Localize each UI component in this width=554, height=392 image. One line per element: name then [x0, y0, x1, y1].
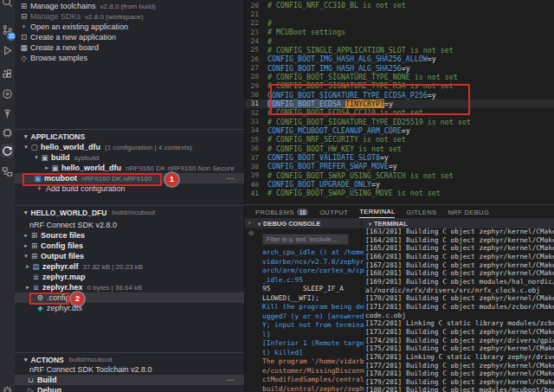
- tree-item-nrf-connect-sdk-v2.8.0[interactable]: nRF Connect SDK v2.8.0: [15, 220, 244, 230]
- sidebar: ⊞Manage toolchainsv2.8.0 (from build)⊟Ma…: [15, 0, 245, 392]
- connected-devices-icon[interactable]: [1, 165, 14, 178]
- code-token: =y: [428, 55, 436, 63]
- more-actions-icon[interactable]: ⋯: [227, 376, 235, 384]
- item-label: Browse samples: [30, 54, 87, 62]
- code-line-26: 26CONFIG_BOOT_IMG_HASH_ALG_SHA256_ALLOW=…: [245, 55, 554, 63]
- tree-item-zephyr.map[interactable]: ≣zephyr.map: [15, 272, 244, 282]
- tree-item-zephyr.elf[interactable]: ▸▤zephyr.elf37.82 kB | 20.23 kB: [15, 261, 244, 272]
- line-number: 32: [245, 109, 267, 117]
- tree-item-zephyr.dts[interactable]: ◈zephyr.dts: [15, 303, 244, 313]
- action-item-build[interactable]: ⊔Build⋯: [15, 375, 244, 385]
- twisty-collapsed-icon[interactable]: ▸: [24, 263, 31, 270]
- code-editor[interactable]: 20# CONFIG_NRF_CC310_BL is not set2122#2…: [245, 0, 554, 204]
- terminal-line: [173/201] Building C object zephyr/kerne…: [365, 328, 554, 337]
- tree-item-output-files[interactable]: ▾⊞Output files: [15, 251, 244, 261]
- chevron-down-icon: ▾: [258, 221, 261, 227]
- project-section-header[interactable]: ▾ HELLO_WORLD_DFU build/mcuboot: [15, 207, 244, 218]
- welcome-item-browse-samples[interactable]: ◇Browse samples: [15, 53, 244, 63]
- tree-item-zephyr.hex[interactable]: ▸≣zephyr.hex0 bytes | 38.64 kB: [15, 282, 244, 292]
- settings-gear-icon[interactable]: [1, 384, 14, 392]
- twisty-collapsed-icon[interactable]: ▸: [23, 232, 29, 239]
- line-number: 33: [245, 118, 267, 125]
- code-line-30: 30CONFIG_BOOT_SIGNATURE_TYPE_ECDSA_P256=…: [245, 90, 554, 99]
- build-config-icon: ▣: [33, 174, 42, 183]
- code-comment: # CONFIG_SINGLE_APPLICATION_SLOT is not …: [267, 46, 454, 55]
- tree-item-add-build-configuration[interactable]: +Add build configuration: [15, 183, 244, 194]
- debug-console-title: DEBUG CONSOLE: [263, 220, 320, 228]
- panel-tab-nrf-debug[interactable]: NRF DEBUG: [448, 206, 489, 218]
- code-token: CONFIG_BOOT_PREFER_SWAP_MOVE: [267, 162, 389, 170]
- debug-console-filter-input[interactable]: [262, 234, 349, 245]
- debug-console-line: Kill the program being deb: [262, 303, 364, 312]
- search-icon[interactable]: [1, 0, 14, 9]
- test-explorer-icon[interactable]: [1, 87, 14, 100]
- record-circle-icon[interactable]: ◎: [248, 229, 254, 236]
- item-description: v2.8.0 (from build): [100, 3, 156, 10]
- code-token: =y: [380, 153, 389, 162]
- extensions-icon[interactable]: [1, 67, 14, 80]
- item-description: (1 configuration | 4 contexts): [105, 144, 192, 151]
- code-token: =y: [402, 64, 410, 73]
- debug-console-line: arch/arm/core/cortex_m/cpu: [262, 267, 364, 276]
- item-label: Manage SDKs: [30, 12, 81, 21]
- item-label: Create a new application: [30, 33, 116, 42]
- tree-item-build[interactable]: ▾▣buildsysbuild: [15, 152, 244, 163]
- debug-console-line: l]: [262, 331, 364, 340]
- debug-console-line: _idle.c:95: [262, 276, 364, 286]
- build-folder-icon: ▣: [40, 153, 49, 162]
- welcome-item-manage-sdks[interactable]: ⊟Manage SDKsv2.8.0 (workspace): [15, 11, 244, 22]
- welcome-item-create-a-new-board[interactable]: ▦Create a new board: [15, 42, 244, 53]
- more-actions-icon[interactable]: ⋯: [227, 174, 235, 183]
- terminal-pane[interactable]: [163/201] Building C object zephyr/kerne…: [364, 228, 554, 392]
- hex-file-icon: ≣: [31, 283, 41, 292]
- item-label: zephyr.dts: [47, 304, 82, 312]
- tree-item-.config[interactable]: ⚙.config: [15, 292, 244, 303]
- panel-tab-output[interactable]: OUTPUT: [319, 206, 348, 218]
- applications-section-header[interactable]: ▾ APPLICATIONS: [15, 131, 244, 142]
- twisty-collapsed-icon[interactable]: ▸: [43, 164, 50, 171]
- debug-console-line: [Inferior 1 (Remote targe: [262, 339, 364, 349]
- terminal-line: [174/201] Building C object zephyr/drive…: [365, 337, 554, 345]
- twisty-expanded-icon[interactable]: ▾: [33, 154, 40, 161]
- nrf-connect-icon[interactable]: [1, 145, 14, 157]
- debug-console-line: LLOWED(__WFI);: [262, 294, 364, 304]
- code-line-34: 34CONFIG_MCUBOOT_CLEANUP_ARM_CORE=y: [245, 126, 554, 135]
- terminal-view-header[interactable]: ▾ TERMINAL: [369, 218, 408, 228]
- config-gear-icon: ⚙: [35, 293, 45, 302]
- tree-item-hello-world-dfu[interactable]: ▾▢hello_world_dfu(1 configuration | 4 co…: [15, 142, 244, 152]
- item-label: Output files: [41, 252, 84, 260]
- line-number: 41: [245, 190, 267, 197]
- find-match-highlight: TINYCRYPT: [345, 100, 384, 108]
- action-item-debug[interactable]: ▷Debug: [15, 385, 244, 392]
- tree-item-hello-world-dfu[interactable]: ▸▣hello_world_dfunRF9160 DK nRF9160 Non …: [15, 163, 244, 173]
- chevron-right-icon[interactable]: ›: [248, 220, 250, 226]
- item-description: sysbuild: [74, 154, 100, 162]
- tree-item-config-files[interactable]: ▸⊞Config files: [15, 241, 244, 251]
- code-token: CONFIG_BOOT_SIGNATURE_TYPE_ECDSA_P256: [267, 91, 428, 100]
- tree-item-mcuboot[interactable]: ▣mcubootnRF9160 DK nRF9160⋯: [15, 173, 244, 183]
- line-number: 36: [245, 145, 267, 152]
- tree-item-source-files[interactable]: ▸⊞Source files: [15, 230, 244, 241]
- code-line-24: 24#: [245, 36, 554, 45]
- nrf-terminal-icon[interactable]: [1, 107, 14, 120]
- debug-start-icon: ▷: [26, 386, 35, 392]
- welcome-item-open-an-existing-application[interactable]: +Open an existing application: [15, 22, 244, 32]
- welcome-item-manage-toolchains[interactable]: ⊞Manage toolchainsv2.8.0 (from build): [15, 1, 244, 11]
- run-and-debug-icon[interactable]: [1, 44, 14, 57]
- code-line-23: 23# MCUBoot settings: [245, 28, 554, 36]
- plus-icon: +: [35, 184, 44, 193]
- panel-tab-problems[interactable]: PROBLEMS16: [255, 206, 308, 218]
- twisty-expanded-icon[interactable]: ▾: [23, 144, 29, 151]
- nrf-devicetree-icon[interactable]: [1, 126, 14, 139]
- action-item-nrf-connect-sdk-toolchain-v2.8.0[interactable]: nRF Connect SDK Toolchain v2.8.0: [15, 364, 244, 375]
- twisty-collapsed-icon[interactable]: ▸: [24, 284, 31, 291]
- twisty-expanded-icon[interactable]: ▾: [23, 253, 29, 260]
- panel-tab-gitlens[interactable]: GITLENS: [406, 206, 436, 218]
- welcome-item-create-a-new-application[interactable]: ⊡Create a new application: [15, 32, 244, 42]
- code-token: =y: [402, 126, 410, 135]
- debug-console-view-header[interactable]: ▾ DEBUG CONSOLE: [258, 218, 362, 228]
- panel-gutter: › ◎: [246, 218, 255, 244]
- new-application-icon: ⊡: [19, 33, 29, 42]
- twisty-collapsed-icon[interactable]: ▸: [23, 242, 29, 249]
- panel-tab-terminal[interactable]: TERMINAL: [359, 206, 395, 218]
